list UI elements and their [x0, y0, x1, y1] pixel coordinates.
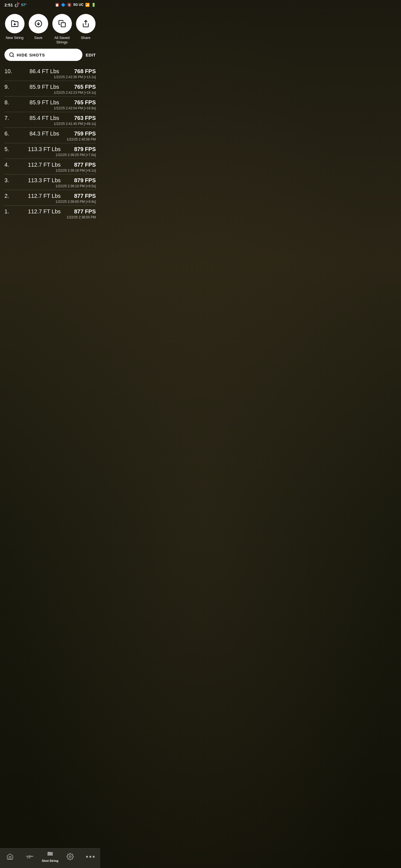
shot-fps: 763 FPS	[74, 115, 96, 121]
shot-fps: 877 FPS	[74, 162, 96, 168]
shot-energy: 113.3 FT Lbs	[15, 177, 74, 184]
tiktok-icon	[15, 2, 20, 7]
shot-timestamp: 1/22/25 2:39:25 PM [+7.0s]	[4, 153, 96, 157]
hide-shots-label: HIDE SHOTS	[17, 53, 45, 57]
shot-number: 8.	[4, 99, 15, 106]
new-string-label: New String	[6, 36, 24, 40]
shot-item[interactable]: 7. 85.4 FT Lbs 763 FPS 1/22/25 2:41:45 P…	[4, 112, 96, 128]
shot-item[interactable]: 2. 112.7 FT Lbs 877 FPS 1/22/25 2:39:00 …	[4, 190, 96, 206]
shot-energy: 84.3 FT Lbs	[15, 130, 74, 137]
shot-energy: 85.9 FT Lbs	[15, 99, 74, 106]
shot-timestamp: 1/22/25 2:42:04 PM [+18.9s]	[4, 106, 96, 110]
shot-fps: 759 FPS	[74, 130, 96, 137]
shot-fps: 877 FPS	[74, 208, 96, 215]
shot-fps: 879 FPS	[74, 146, 96, 152]
shot-number: 9.	[4, 84, 15, 90]
edit-button[interactable]: EDIT	[86, 53, 96, 57]
battery-icon: 🔋	[91, 3, 96, 7]
shot-energy: 85.4 FT Lbs	[15, 115, 74, 121]
all-saved-strings-button[interactable]: All SavedStrings	[52, 14, 72, 44]
shot-number: 10.	[4, 68, 15, 74]
shot-timestamp: 1/22/25 2:39:18 PM [+8.1s]	[4, 168, 96, 173]
shot-list: 10. 86.4 FT Lbs 768 FPS 1/22/25 2:42:36 …	[0, 65, 100, 221]
shot-timestamp: 1/22/25 2:38:50 PM	[4, 215, 96, 219]
shot-item[interactable]: 6. 84.3 FT Lbs 759 FPS 1/22/25 2:40:56 P…	[4, 128, 96, 143]
shot-number: 7.	[4, 115, 15, 121]
svg-rect-4	[61, 23, 65, 27]
status-icons: ⏰ 🔷 🔇 5G UC 📶 🔋	[55, 3, 96, 7]
shot-number: 5.	[4, 146, 15, 152]
shot-number: 1.	[4, 208, 15, 215]
shot-item[interactable]: 1. 112.7 FT Lbs 877 FPS 1/22/25 2:38:50 …	[4, 206, 96, 221]
shot-fps: 877 FPS	[74, 193, 96, 199]
network-label: 5G UC	[73, 3, 84, 7]
share-circle[interactable]	[76, 14, 95, 33]
new-string-button[interactable]: New String	[5, 14, 25, 40]
shot-energy: 113.3 FT Lbs	[15, 146, 74, 152]
shot-number: 2.	[4, 193, 15, 199]
shot-timestamp: 1/22/25 2:42:23 PM [+19.1s]	[4, 91, 96, 95]
search-bar-row: HIDE SHOTS EDIT	[0, 49, 100, 61]
temperature: 57°	[21, 3, 27, 7]
shot-fps: 765 FPS	[74, 99, 96, 106]
shot-energy: 85.9 FT Lbs	[15, 84, 74, 90]
save-label: Save	[34, 36, 42, 40]
shot-item[interactable]: 5. 113.3 FT Lbs 879 FPS 1/22/25 2:39:25 …	[4, 143, 96, 159]
save-circle[interactable]	[29, 14, 48, 33]
alarm-icon: ⏰	[55, 3, 59, 7]
shot-energy: 112.7 FT Lbs	[15, 208, 74, 215]
save-button[interactable]: Save	[29, 14, 48, 40]
shot-item[interactable]: 8. 85.9 FT Lbs 765 FPS 1/22/25 2:42:04 P…	[4, 96, 96, 112]
bluetooth-icon: 🔷	[61, 3, 65, 7]
shot-timestamp: 1/22/25 2:39:00 PM [+9.9s]	[4, 200, 96, 204]
all-saved-strings-label: All SavedStrings	[54, 36, 69, 44]
shot-timestamp: 1/22/25 2:39:10 PM [+9.5s]	[4, 184, 96, 188]
shot-timestamp: 1/22/25 2:41:45 PM [+49.1s]	[4, 122, 96, 126]
shot-item[interactable]: 3. 113.3 FT Lbs 879 FPS 1/22/25 2:39:10 …	[4, 175, 96, 190]
shot-energy: 86.4 FT Lbs	[15, 68, 74, 74]
new-string-circle[interactable]	[5, 14, 25, 33]
shot-energy: 112.7 FT Lbs	[15, 193, 74, 199]
shot-item[interactable]: 10. 86.4 FT Lbs 768 FPS 1/22/25 2:42:36 …	[4, 65, 96, 81]
status-bar: 2:51 57° ⏰ 🔷 🔇 5G UC 📶 🔋	[0, 0, 100, 8]
action-buttons-row: New String Save All SavedStrings	[0, 8, 100, 49]
search-icon	[9, 52, 15, 58]
shot-item[interactable]: 4. 112.7 FT Lbs 877 FPS 1/22/25 2:39:18 …	[4, 159, 96, 175]
shot-fps: 879 FPS	[74, 177, 96, 184]
share-button[interactable]: Share	[76, 14, 95, 40]
status-time: 2:51	[4, 2, 13, 7]
shot-number: 4.	[4, 162, 15, 168]
shot-timestamp: 1/22/25 2:40:56 PM	[4, 137, 96, 141]
shot-energy: 112.7 FT Lbs	[15, 162, 74, 168]
all-saved-circle[interactable]	[52, 14, 72, 33]
hide-shots-button[interactable]: HIDE SHOTS	[4, 49, 82, 61]
shot-number: 6.	[4, 130, 15, 137]
svg-line-7	[13, 56, 14, 57]
shot-number: 3.	[4, 177, 15, 184]
shot-fps: 765 FPS	[74, 84, 96, 90]
shot-timestamp: 1/22/25 2:42:36 PM [+13.1s]	[4, 75, 96, 79]
share-label: Share	[81, 36, 90, 40]
shot-fps: 768 FPS	[74, 68, 96, 74]
mute-icon: 🔇	[67, 3, 71, 7]
shot-item[interactable]: 9. 85.9 FT Lbs 765 FPS 1/22/25 2:42:23 P…	[4, 81, 96, 96]
signal-icon: 📶	[85, 3, 90, 7]
